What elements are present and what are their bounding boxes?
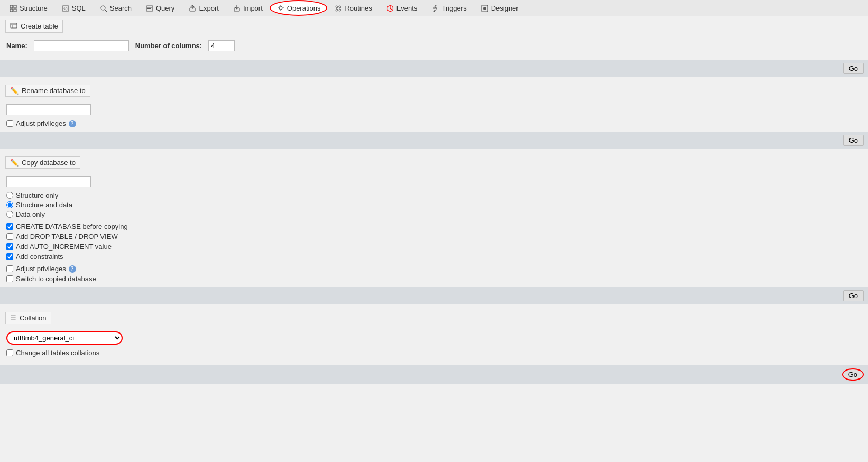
create-table-icon — [10, 22, 17, 31]
copy-switch-to-copied-checkbox[interactable] — [6, 275, 13, 282]
rename-help-icon: ? — [69, 120, 76, 127]
svg-rect-2 — [10, 9, 13, 12]
create-table-body: Name: Number of columns: — [0, 36, 868, 56]
tab-sql-label: SQL — [72, 4, 86, 12]
tab-operations-label: Operations — [287, 4, 321, 12]
copy-database-label: Copy database to — [22, 159, 76, 167]
rename-adjust-row: Adjust privileges ? — [6, 119, 862, 127]
svg-point-21 — [339, 6, 341, 8]
table-name-input[interactable] — [34, 40, 129, 51]
tab-sql[interactable]: SQL SQL — [54, 1, 93, 16]
copy-add-drop-checkbox[interactable] — [6, 233, 13, 240]
events-icon — [386, 4, 394, 13]
copy-create-db-checkbox[interactable] — [6, 223, 13, 230]
copy-structure-and-data-label[interactable]: Structure and data — [6, 201, 862, 209]
sql-icon: SQL — [61, 4, 70, 13]
copy-data-only-radio[interactable] — [6, 211, 13, 218]
create-table-label: Create table — [21, 22, 58, 30]
copy-database-title-box: ✏️ Copy database to — [5, 156, 80, 169]
tab-import-label: Import — [243, 4, 263, 12]
tab-routines-label: Routines — [345, 4, 372, 12]
copy-database-go-button[interactable]: Go — [843, 290, 864, 301]
rename-adjust-privileges-checkbox[interactable] — [6, 120, 13, 127]
copy-structure-only-radio[interactable] — [6, 192, 13, 199]
copy-database-header: ✏️ Copy database to — [0, 153, 868, 172]
svg-point-6 — [101, 6, 105, 10]
name-label: Name: — [6, 42, 27, 50]
copy-radio-group: Structure only Structure and data Data o… — [6, 191, 862, 218]
svg-point-30 — [483, 7, 486, 10]
rename-database-title-box: ✏️ Rename database to — [5, 85, 90, 97]
tab-events-label: Events — [396, 4, 418, 12]
copy-add-auto-increment-label[interactable]: Add AUTO_INCREMENT value — [6, 243, 862, 251]
copy-help-icon: ? — [69, 265, 76, 273]
num-columns-label: Number of columns: — [135, 42, 202, 50]
copy-adjust-privileges-checkbox[interactable] — [6, 265, 13, 272]
copy-adjust-privileges-label[interactable]: Adjust privileges ? — [6, 265, 862, 273]
svg-point-20 — [336, 6, 338, 8]
rename-database-go-button[interactable]: Go — [843, 135, 864, 146]
tab-structure[interactable]: Structure — [2, 1, 54, 16]
copy-add-constraints-label[interactable]: Add constraints — [6, 253, 862, 261]
copy-database-input[interactable] — [6, 176, 91, 187]
copy-add-drop-label[interactable]: Add DROP TABLE / DROP VIEW — [6, 233, 862, 241]
copy-structure-only-label[interactable]: Structure only — [6, 191, 862, 199]
change-all-tables-checkbox[interactable] — [6, 349, 13, 356]
rename-pencil-icon: ✏️ — [10, 87, 19, 95]
import-icon — [233, 4, 241, 13]
tab-routines[interactable]: Routines — [327, 1, 378, 16]
rename-database-section: ✏️ Rename database to Adjust privileges … — [0, 81, 868, 149]
create-table-section: Create table Name: Number of columns: Go — [0, 16, 868, 77]
create-table-title-box: Create table — [5, 20, 63, 33]
rename-database-input[interactable] — [6, 104, 91, 115]
svg-point-22 — [336, 9, 338, 11]
tab-search-label: Search — [110, 4, 132, 12]
svg-point-15 — [279, 6, 282, 10]
tab-events[interactable]: Events — [379, 1, 424, 16]
main-content: Create table Name: Number of columns: Go… — [0, 16, 868, 384]
copy-structure-and-data-radio[interactable] — [6, 201, 13, 208]
export-icon — [188, 4, 197, 13]
create-table-footer: Go — [0, 60, 868, 77]
copy-database-body: Structure only Structure and data Data o… — [0, 172, 868, 283]
nav-tabs: Structure SQL SQL Search Query Export Im… — [0, 0, 868, 16]
collation-go-button[interactable]: Go — [842, 368, 864, 381]
copy-pencil-icon: ✏️ — [10, 159, 19, 167]
copy-add-constraints-checkbox[interactable] — [6, 253, 13, 260]
collation-select[interactable]: utf8mb4_general_ci utf8mb4_unicode_ci ut… — [6, 331, 123, 345]
operations-icon — [276, 4, 285, 12]
copy-database-section: ✏️ Copy database to Structure only Struc… — [0, 153, 868, 304]
rename-database-footer: Go — [0, 132, 868, 149]
tab-query[interactable]: Query — [138, 1, 181, 16]
tab-designer[interactable]: Designer — [474, 1, 525, 16]
create-table-header: Create table — [0, 16, 868, 36]
create-table-go-button[interactable]: Go — [843, 63, 864, 74]
collation-label: Collation — [20, 314, 47, 322]
copy-database-footer: Go — [0, 287, 868, 304]
rename-adjust-privileges-label[interactable]: Adjust privileges ? — [6, 119, 862, 127]
num-columns-input[interactable] — [208, 40, 235, 51]
tab-triggers-label: Triggers — [441, 4, 466, 12]
tab-import[interactable]: Import — [226, 1, 270, 16]
query-icon — [145, 4, 154, 13]
copy-create-db-label[interactable]: CREATE DATABASE before copying — [6, 223, 862, 230]
tab-query-label: Query — [156, 4, 174, 12]
tab-search[interactable]: Search — [93, 1, 138, 16]
structure-icon — [9, 4, 17, 13]
tab-operations[interactable]: Operations — [270, 0, 328, 16]
rename-database-header: ✏️ Rename database to — [0, 81, 868, 100]
svg-text:SQL: SQL — [63, 7, 69, 11]
change-all-tables-label[interactable]: Change all tables collations — [6, 349, 862, 357]
tab-triggers[interactable]: Triggers — [424, 1, 473, 16]
collation-header: ☰ Collation — [0, 309, 868, 327]
svg-rect-3 — [14, 9, 16, 12]
svg-line-7 — [105, 10, 107, 12]
copy-switch-to-copied-label[interactable]: Switch to copied database — [6, 275, 862, 283]
copy-add-auto-increment-checkbox[interactable] — [6, 243, 13, 250]
collation-section: ☰ Collation utf8mb4_general_ci utf8mb4_u… — [0, 309, 868, 384]
copy-checkbox-group: CREATE DATABASE before copying Add DROP … — [6, 223, 862, 261]
tab-export[interactable]: Export — [181, 1, 226, 16]
copy-data-only-label[interactable]: Data only — [6, 210, 862, 218]
collation-body: utf8mb4_general_ci utf8mb4_unicode_ci ut… — [0, 327, 868, 361]
rename-database-body: Adjust privileges ? — [0, 100, 868, 127]
